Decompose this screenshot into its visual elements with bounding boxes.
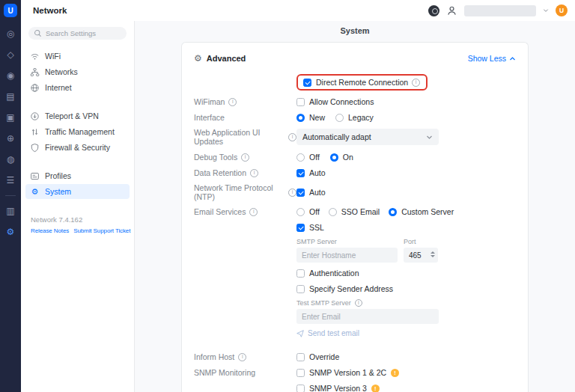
ui-updates-label: Web Application UI Updatesi xyxy=(194,128,296,146)
page-title: System xyxy=(135,21,575,40)
info-icon[interactable]: i xyxy=(249,208,258,216)
info-icon[interactable]: i xyxy=(241,153,249,162)
radios-icon[interactable]: ◍ xyxy=(0,149,21,170)
networks-icon xyxy=(30,67,40,77)
logs-icon[interactable]: ☰ xyxy=(0,170,21,191)
sidebar-item-label: System xyxy=(45,187,71,196)
admin-icon[interactable] xyxy=(446,5,457,16)
sidebar-item-profiles[interactable]: Profiles xyxy=(25,168,130,183)
wifiman-label: WiFimani xyxy=(194,97,296,106)
port-stepper[interactable] xyxy=(431,251,435,257)
search-icon xyxy=(34,29,42,37)
version-label: Network 7.4.162 xyxy=(31,215,134,224)
info-icon[interactable]: i xyxy=(355,299,362,307)
info-icon[interactable]: i xyxy=(250,169,258,177)
sidebar: WiFi Networks Internet Teleport & VPN Tr… xyxy=(21,21,135,392)
clients-icon[interactable]: ◉ xyxy=(0,65,21,86)
ssl-checkbox[interactable]: SSL xyxy=(296,223,324,232)
inform-host-label: Inform Hosti xyxy=(194,352,296,361)
top-bar: Network U xyxy=(21,0,575,21)
email-services-label: Email Servicesi xyxy=(194,207,296,216)
info-icon[interactable]: i xyxy=(412,79,420,87)
snmp-v3-checkbox[interactable]: SNMP Version 3 xyxy=(296,384,367,392)
release-notes-link[interactable]: Release Notes xyxy=(31,227,69,234)
direct-remote-connection-checkbox[interactable]: Direct Remote Connection xyxy=(303,78,408,87)
notes-icon[interactable]: ▥ xyxy=(0,200,21,221)
send-icon xyxy=(296,330,304,337)
main-content: System ⚙ Advanced Show Less Direct Remot… xyxy=(135,21,575,392)
allow-connections-checkbox[interactable]: Allow Connections xyxy=(296,97,374,106)
app-rail: U ◎ ◇ ◉ ▤ ▣ ⊕ ◍ ☰ ▥ ⚙ xyxy=(0,0,21,392)
interface-legacy-radio[interactable]: Legacy xyxy=(335,113,374,122)
gear-icon: ⚙ xyxy=(30,187,40,197)
inform-host-override-checkbox[interactable]: Override xyxy=(296,352,339,361)
traffic-icon xyxy=(30,127,40,137)
email-sso-radio[interactable]: SSO Email xyxy=(329,207,380,216)
port-label: Port xyxy=(404,238,438,245)
email-off-radio[interactable]: Off xyxy=(296,207,320,216)
specify-sender-checkbox[interactable]: Specify Sender Address xyxy=(296,284,393,293)
smtp-server-input[interactable] xyxy=(296,248,398,263)
chevron-down-icon xyxy=(426,134,433,141)
warning-icon: ! xyxy=(371,385,380,392)
vpn-icon xyxy=(30,111,40,121)
topology-icon[interactable]: ◇ xyxy=(0,44,21,65)
settings-icon[interactable]: ⚙ xyxy=(0,221,21,242)
sidebar-item-label: Profiles xyxy=(45,171,71,180)
annotation-highlight-box: Direct Remote Connection i xyxy=(296,74,428,91)
authentication-checkbox[interactable]: Authentication xyxy=(296,269,359,278)
sidebar-item-teleport-vpn[interactable]: Teleport & VPN xyxy=(25,108,130,123)
sidebar-item-label: WiFi xyxy=(45,52,61,61)
applications-icon[interactable]: ▣ xyxy=(0,107,21,128)
ntp-label: Network Time Protocol (NTP)i xyxy=(194,183,296,201)
advanced-settings-card: ⚙ Advanced Show Less Direct Remote Conne… xyxy=(181,42,529,392)
info-icon[interactable]: i xyxy=(228,98,237,106)
chevron-up-icon xyxy=(509,55,516,62)
hotspot-icon[interactable]: ⊕ xyxy=(0,128,21,149)
wifi-icon xyxy=(30,52,40,61)
sidebar-item-networks[interactable]: Networks xyxy=(25,64,130,79)
interface-label: Interface xyxy=(194,113,296,122)
show-less-button[interactable]: Show Less xyxy=(468,54,516,63)
data-retention-auto-checkbox[interactable]: Auto xyxy=(296,168,326,177)
debug-tools-label: Debug Toolsi xyxy=(194,153,296,162)
profiles-icon xyxy=(30,171,40,181)
unifi-logo-icon[interactable]: U xyxy=(4,4,17,17)
sidebar-item-system[interactable]: ⚙ System xyxy=(25,184,130,199)
test-smtp-input[interactable] xyxy=(296,309,439,324)
console-icon[interactable] xyxy=(428,5,439,16)
sidebar-item-traffic-management[interactable]: Traffic Management xyxy=(25,124,130,139)
send-test-email-button[interactable]: Send test email xyxy=(296,329,359,337)
statistics-icon[interactable]: ▤ xyxy=(0,86,21,107)
info-icon[interactable]: i xyxy=(288,189,296,197)
sidebar-item-wifi[interactable]: WiFi xyxy=(25,49,130,64)
settings-search[interactable] xyxy=(28,27,127,40)
account-avatar[interactable]: U xyxy=(556,4,568,16)
console-name-redacted[interactable] xyxy=(464,5,536,16)
sidebar-item-label: Networks xyxy=(45,67,78,76)
debug-off-radio[interactable]: Off xyxy=(296,153,320,162)
search-input[interactable] xyxy=(46,29,121,37)
debug-on-radio[interactable]: On xyxy=(330,153,353,162)
chevron-down-icon[interactable] xyxy=(543,7,549,13)
test-smtp-label-wrap: Test SMTP Serveri xyxy=(296,299,516,307)
shield-icon xyxy=(30,143,40,153)
warning-icon: ! xyxy=(391,369,399,377)
data-retention-label: Data Retentioni xyxy=(194,168,296,177)
snmp-monitoring-label: SNMP Monitoring xyxy=(194,368,296,377)
ntp-auto-checkbox[interactable]: Auto xyxy=(296,188,326,197)
dashboard-icon[interactable]: ◎ xyxy=(0,23,21,44)
smtp-server-label: SMTP Server xyxy=(296,238,398,245)
sidebar-item-firewall-security[interactable]: Firewall & Security xyxy=(25,140,130,155)
email-custom-server-radio[interactable]: Custom Server xyxy=(389,207,454,216)
interface-new-radio[interactable]: New xyxy=(296,113,325,122)
info-icon[interactable]: i xyxy=(288,133,296,141)
ui-updates-select[interactable]: Automatically adapt xyxy=(296,129,439,145)
snmp-v12-checkbox[interactable]: SNMP Version 1 & 2C xyxy=(296,368,386,377)
info-icon[interactable]: i xyxy=(238,353,246,361)
section-title: Advanced xyxy=(207,54,246,63)
sidebar-item-label: Traffic Management xyxy=(45,127,115,136)
support-ticket-link[interactable]: Submit Support Ticket xyxy=(73,227,130,234)
sidebar-item-label: Firewall & Security xyxy=(45,143,110,152)
sidebar-item-internet[interactable]: Internet xyxy=(25,80,130,95)
